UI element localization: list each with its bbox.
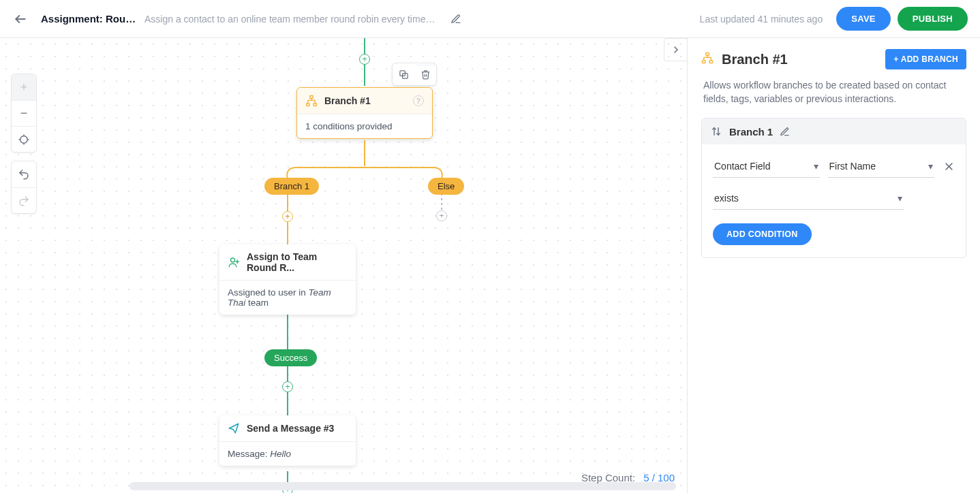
panel-branch-icon (701, 52, 714, 67)
send-node-body: Message: Hello (219, 442, 356, 466)
chevron-down-icon: ▾ (898, 193, 902, 204)
step-count-label: Step Count: (581, 472, 635, 483)
page-subtitle: Assign a contact to an online team membe… (144, 14, 438, 25)
branch-node-title: Branch #1 (324, 95, 371, 106)
field-type-select[interactable]: Contact Field ▾ (713, 155, 820, 178)
last-updated-label: Last updated 41 minutes ago (700, 14, 823, 25)
page-title: Assignment: Round... (41, 13, 136, 25)
zoom-in-button[interactable]: + (12, 74, 36, 100)
chevron-down-icon: ▾ (814, 161, 818, 172)
undo-button[interactable] (12, 161, 36, 187)
send-node-title: Send a Message #3 (247, 423, 334, 434)
remove-condition-icon[interactable] (943, 161, 955, 172)
duplicate-node-icon[interactable] (394, 65, 413, 84)
zoom-toolbar: + − (11, 74, 37, 153)
properties-panel: Branch #1 + ADD BRANCH Allows workflow b… (687, 38, 980, 493)
publish-button[interactable]: PUBLISH (898, 7, 968, 31)
assign-node[interactable]: Assign to Team Round R... Assigned to us… (219, 244, 356, 315)
assign-node-body: Assigned to user in Team Thai team (219, 281, 356, 315)
send-message-node[interactable]: Send a Message #3 Message: Hello (219, 415, 356, 466)
redo-button[interactable] (12, 187, 36, 213)
svg-point-12 (231, 258, 235, 262)
zoom-out-button[interactable]: − (12, 100, 36, 126)
recenter-button[interactable] (12, 126, 36, 152)
step-count: Step Count: 5 / 100 (581, 472, 675, 483)
svg-point-15 (20, 136, 28, 143)
operator-select[interactable]: exists ▾ (713, 187, 904, 210)
add-step-else[interactable]: + (436, 210, 447, 221)
add-condition-button[interactable]: ADD CONDITION (713, 223, 812, 245)
else-pill[interactable]: Else (428, 178, 464, 195)
assign-icon (228, 256, 240, 268)
branch-node-summary: 1 conditions provided (297, 114, 432, 138)
field-name-select[interactable]: First Name ▾ (828, 155, 935, 178)
chevron-down-icon: ▾ (928, 161, 933, 172)
svg-rect-11 (313, 104, 317, 106)
save-button[interactable]: SAVE (836, 7, 891, 31)
back-icon[interactable] (12, 11, 29, 27)
history-toolbar (11, 161, 37, 214)
reorder-icon[interactable] (710, 125, 722, 138)
svg-rect-22 (709, 61, 713, 63)
help-icon[interactable]: ? (413, 95, 424, 106)
send-icon (228, 422, 240, 434)
branch-name-label: Branch 1 (729, 126, 773, 138)
branch-node[interactable]: Branch #1 ? 1 conditions provided (296, 87, 433, 139)
edit-branch-name-icon[interactable] (780, 127, 790, 137)
edit-title-icon[interactable] (450, 13, 462, 25)
panel-title: Branch #1 (722, 52, 877, 67)
svg-rect-20 (706, 53, 709, 56)
delete-node-icon[interactable] (416, 65, 435, 84)
add-step-top[interactable]: + (359, 54, 370, 65)
branch-config-card: Branch 1 Contact Field ▾ First Name ▾ (701, 118, 966, 258)
panel-description: Allows workflow branches to be created b… (703, 79, 964, 106)
svg-rect-21 (703, 61, 706, 63)
svg-rect-9 (310, 96, 313, 99)
branch1-pill[interactable]: Branch 1 (264, 178, 319, 195)
assign-node-title: Assign to Team Round R... (247, 251, 348, 273)
step-count-value: 5 / 100 (643, 472, 675, 483)
svg-rect-10 (307, 104, 310, 106)
workflow-canvas[interactable]: + Branch #1 ? 1 conditions provided Bran… (0, 38, 687, 493)
add-step-after-assign[interactable]: + (282, 381, 293, 392)
add-step-branch1[interactable]: + (282, 211, 293, 222)
add-branch-button[interactable]: + ADD BRANCH (885, 49, 966, 69)
branch-icon (305, 95, 318, 107)
success-pill: Success (264, 349, 317, 366)
